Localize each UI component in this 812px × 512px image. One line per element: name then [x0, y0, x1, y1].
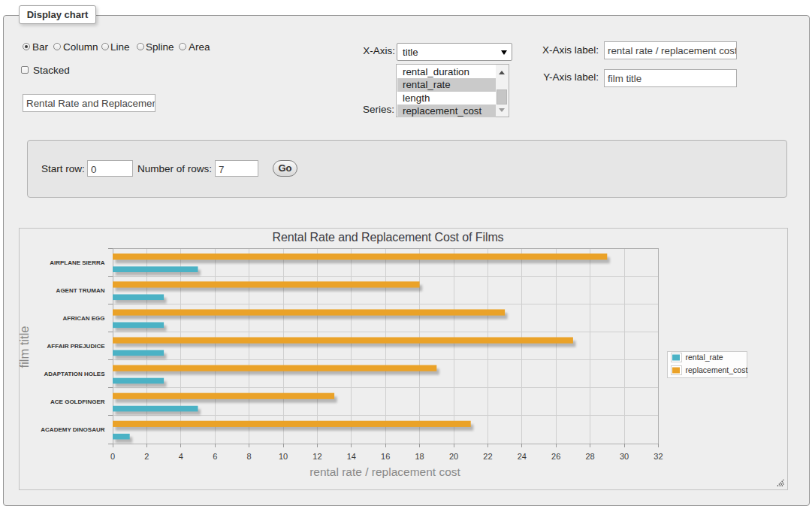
svg-text:20: 20 — [449, 452, 458, 461]
svg-text:2: 2 — [144, 452, 149, 461]
svg-text:rental rate / replacement cost: rental rate / replacement cost — [309, 465, 460, 478]
svg-text:ADAPTATION HOLES: ADAPTATION HOLES — [44, 371, 105, 377]
svg-text:8: 8 — [247, 452, 252, 461]
svg-text:AFFAIR PREJUDICE: AFFAIR PREJUDICE — [47, 343, 106, 350]
svg-text:film title: film title — [19, 326, 31, 368]
svg-text:16: 16 — [381, 452, 390, 461]
svg-text:0: 0 — [110, 452, 115, 461]
svg-text:32: 32 — [654, 452, 663, 461]
svg-text:30: 30 — [620, 452, 629, 461]
svg-text:rental_rate: rental_rate — [686, 353, 723, 362]
svg-text:ACE GOLDFINGER: ACE GOLDFINGER — [50, 398, 105, 405]
svg-text:AIRPLANE SIERRA: AIRPLANE SIERRA — [50, 259, 105, 266]
svg-text:4: 4 — [179, 452, 183, 461]
svg-text:28: 28 — [585, 452, 594, 461]
svg-text:ACADEMY DINOSAUR: ACADEMY DINOSAUR — [41, 426, 104, 433]
svg-text:AGENT TRUMAN: AGENT TRUMAN — [56, 287, 105, 294]
svg-text:12: 12 — [312, 452, 321, 461]
svg-text:10: 10 — [279, 452, 288, 461]
svg-text:24: 24 — [518, 452, 527, 461]
svg-text:14: 14 — [347, 452, 356, 461]
svg-text:AFRICAN EGG: AFRICAN EGG — [63, 315, 105, 322]
svg-text:18: 18 — [415, 452, 424, 461]
svg-text:22: 22 — [483, 452, 492, 461]
svg-text:Rental Rate and Replacement Co: Rental Rate and Replacement Cost of Film… — [272, 231, 503, 244]
svg-text:26: 26 — [551, 452, 560, 461]
svg-text:6: 6 — [213, 452, 217, 461]
svg-text:replacement_cost: replacement_cost — [686, 365, 748, 374]
